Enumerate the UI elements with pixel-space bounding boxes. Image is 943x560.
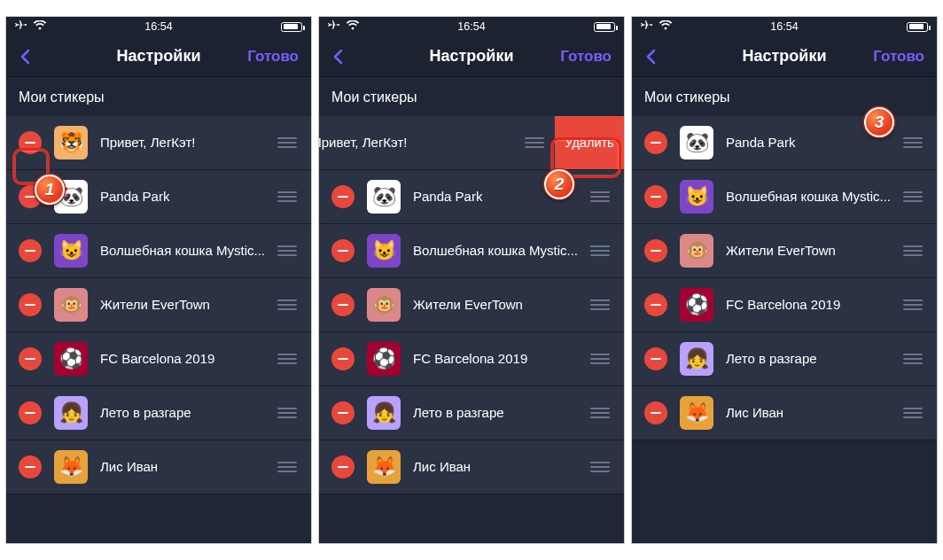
drag-handle-icon[interactable]: [274, 462, 300, 472]
sticker-label: Жители EverTown: [413, 297, 587, 314]
sticker-label: FC Barcelona 2019: [413, 351, 587, 368]
callout-badge-1: 1: [35, 175, 65, 205]
sticker-row[interactable]: 😺Волшебная кошка Mystic...: [319, 224, 624, 278]
sticker-label: Жители EverTown: [100, 297, 274, 314]
sticker-list: 🐼Panda Park😺Волшебная кошка Mystic...🐵Жи…: [632, 116, 937, 543]
sticker-thumbnail: 🦊: [680, 396, 713, 430]
phone-screen-3: 16:54 Настройки Готово Мои стикеры 🐼Pand…: [631, 16, 938, 544]
sticker-thumbnail: ⚽: [680, 288, 713, 322]
drag-handle-icon[interactable]: [587, 299, 613, 310]
sticker-label: Лето в разгаре: [726, 351, 900, 368]
sticker-row[interactable]: 👧Лето в разгаре: [319, 386, 624, 440]
sticker-row[interactable]: 👧Лето в разгаре: [6, 386, 311, 440]
status-bar: 16:54: [632, 17, 937, 36]
remove-button[interactable]: [331, 293, 355, 316]
back-button[interactable]: [6, 37, 45, 76]
done-button[interactable]: Готово: [560, 48, 612, 66]
phone-screen-1: 16:54 Настройки Готово Мои стикеры 🐯Прив…: [5, 16, 312, 544]
drag-handle-icon[interactable]: [274, 354, 300, 364]
sticker-label: Лис Иван: [100, 459, 274, 476]
drag-handle-icon[interactable]: [274, 245, 300, 256]
back-button[interactable]: [319, 37, 358, 76]
drag-handle-icon[interactable]: [274, 408, 300, 418]
sticker-thumbnail: 😺: [367, 234, 401, 268]
drag-handle-icon[interactable]: [587, 245, 613, 256]
remove-button[interactable]: [19, 131, 42, 154]
sticker-row[interactable]: 🦊Лис Иван: [632, 386, 937, 440]
drag-handle-icon[interactable]: [274, 191, 300, 202]
remove-button[interactable]: [331, 185, 355, 208]
drag-handle-icon[interactable]: [587, 462, 613, 472]
sticker-row[interactable]: 🐵Жители EverTown: [632, 224, 937, 278]
sticker-row[interactable]: 👧Лето в разгаре: [632, 332, 937, 386]
done-button[interactable]: Готово: [247, 48, 299, 66]
sticker-row[interactable]: 😺Волшебная кошка Mystic...: [632, 170, 937, 224]
back-button[interactable]: [632, 37, 671, 76]
sticker-thumbnail: ⚽: [54, 342, 88, 376]
sticker-row[interactable]: ⚽FC Barcelona 2019: [6, 332, 311, 386]
sticker-label: Привет, ЛегКэт!: [318, 135, 521, 152]
remove-button[interactable]: [331, 401, 355, 424]
sticker-thumbnail: 😺: [680, 180, 713, 214]
nav-bar: Настройки Готово: [6, 36, 311, 77]
remove-button[interactable]: [331, 239, 355, 262]
sticker-label: Panda Park: [100, 189, 274, 206]
remove-button[interactable]: [19, 347, 42, 370]
sticker-row[interactable]: 🐼Panda Park: [319, 170, 624, 224]
remove-button[interactable]: [644, 401, 667, 424]
remove-button[interactable]: [331, 455, 355, 478]
status-bar: 16:54: [319, 17, 624, 36]
sticker-label: Лис Иван: [726, 405, 900, 422]
sticker-thumbnail: 🐼: [367, 180, 401, 214]
status-time: 16:54: [457, 20, 485, 33]
drag-handle-icon[interactable]: [900, 191, 926, 202]
sticker-row[interactable]: Удалить🐯Привет, ЛегКэт!: [319, 116, 624, 170]
sticker-thumbnail: ⚽: [367, 342, 401, 376]
sticker-thumbnail: 👧: [680, 342, 713, 376]
drag-handle-icon[interactable]: [587, 408, 613, 418]
sticker-row[interactable]: ⚽FC Barcelona 2019: [632, 278, 937, 332]
drag-handle-icon[interactable]: [521, 137, 548, 148]
sticker-row[interactable]: 🐯Привет, ЛегКэт!: [6, 116, 311, 170]
remove-button[interactable]: [644, 131, 667, 154]
sticker-row[interactable]: ⚽FC Barcelona 2019: [319, 332, 624, 386]
sticker-label: Волшебная кошка Mystic...: [100, 243, 274, 260]
drag-handle-icon[interactable]: [900, 299, 926, 310]
airplane-mode-icon: [641, 19, 653, 34]
sticker-row[interactable]: 🦊Лис Иван: [319, 440, 624, 494]
sticker-thumbnail: 👧: [367, 396, 401, 430]
callout-badge-3: 3: [864, 107, 894, 137]
drag-handle-icon[interactable]: [587, 354, 613, 364]
remove-button[interactable]: [644, 185, 667, 208]
sticker-label: Волшебная кошка Mystic...: [726, 189, 900, 206]
drag-handle-icon[interactable]: [587, 191, 613, 202]
wifi-icon: [33, 20, 47, 34]
sticker-row[interactable]: 🦊Лис Иван: [6, 440, 311, 494]
remove-button[interactable]: [19, 239, 42, 262]
remove-button[interactable]: [19, 401, 42, 424]
drag-handle-icon[interactable]: [900, 245, 926, 256]
drag-handle-icon[interactable]: [274, 137, 300, 148]
delete-button[interactable]: Удалить: [555, 116, 624, 169]
drag-handle-icon[interactable]: [900, 137, 926, 148]
drag-handle-icon[interactable]: [900, 408, 926, 418]
remove-button[interactable]: [644, 347, 667, 370]
sticker-row[interactable]: 😺Волшебная кошка Mystic...: [6, 224, 311, 278]
status-time: 16:54: [144, 20, 172, 33]
sticker-row[interactable]: 🐵Жители EverTown: [319, 278, 624, 332]
sticker-thumbnail: 🦊: [367, 450, 401, 484]
drag-handle-icon[interactable]: [274, 299, 300, 310]
remove-button[interactable]: [644, 293, 667, 316]
remove-button[interactable]: [644, 239, 667, 262]
phone-screen-2: 16:54 Настройки Готово Мои стикеры Удали…: [318, 16, 625, 544]
remove-button[interactable]: [331, 347, 355, 370]
done-button[interactable]: Готово: [873, 48, 924, 66]
sticker-row[interactable]: 🐵Жители EverTown: [6, 278, 311, 332]
sticker-label: Волшебная кошка Mystic...: [413, 243, 587, 260]
airplane-mode-icon: [15, 19, 27, 34]
sticker-thumbnail: 🐵: [54, 288, 88, 322]
drag-handle-icon[interactable]: [900, 354, 926, 364]
remove-button[interactable]: [19, 455, 42, 478]
remove-button[interactable]: [19, 293, 42, 316]
wifi-icon: [659, 20, 673, 34]
